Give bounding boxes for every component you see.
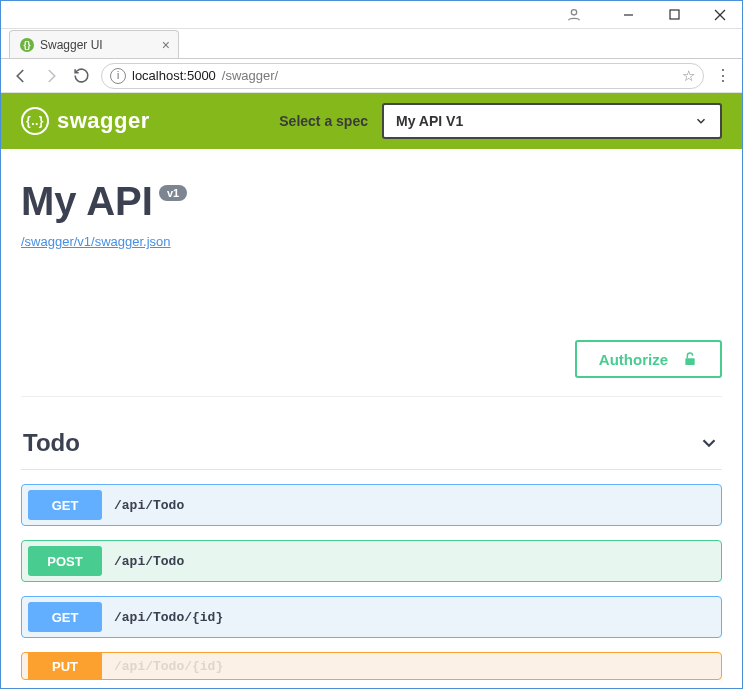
spec-select[interactable]: My API V1: [382, 103, 722, 139]
operation-path: /api/Todo: [114, 498, 184, 513]
swagger-header: {..} swagger Select a spec My API V1: [1, 93, 742, 149]
chevron-down-icon: [698, 432, 720, 454]
account-icon[interactable]: [566, 7, 582, 23]
operation-row[interactable]: PUT /api/Todo/{id}: [21, 652, 722, 680]
operation-row[interactable]: GET /api/Todo: [21, 484, 722, 526]
tab-favicon-icon: {}: [20, 38, 34, 52]
svg-point-0: [571, 9, 576, 14]
operation-row[interactable]: POST /api/Todo: [21, 540, 722, 582]
http-method-badge: GET: [28, 490, 102, 520]
api-definition-link[interactable]: /swagger/v1/swagger.json: [21, 234, 171, 249]
back-button[interactable]: [11, 66, 31, 86]
http-method-badge: POST: [28, 546, 102, 576]
api-title: My API v1: [21, 179, 722, 224]
swagger-brand-text: swagger: [57, 108, 150, 134]
address-bar[interactable]: i localhost:5000/swagger/ ☆: [101, 63, 704, 89]
close-window-button[interactable]: [706, 4, 734, 26]
maximize-button[interactable]: [660, 4, 688, 26]
url-host: localhost:5000: [132, 68, 216, 83]
new-tab-button[interactable]: [183, 36, 205, 58]
tag-section: Todo GET /api/Todo POST /api/Todo GET /a…: [21, 423, 722, 680]
close-tab-icon[interactable]: ×: [162, 37, 170, 53]
tag-title: Todo: [23, 429, 80, 457]
chevron-down-icon: [694, 114, 708, 128]
api-version-badge: v1: [159, 185, 187, 201]
http-method-badge: PUT: [28, 652, 102, 680]
operation-path: /api/Todo: [114, 554, 184, 569]
api-title-text: My API: [21, 179, 153, 224]
operation-row[interactable]: GET /api/Todo/{id}: [21, 596, 722, 638]
swagger-logo: {..} swagger: [21, 107, 150, 135]
address-bar-row: i localhost:5000/swagger/ ☆ ⋮: [1, 59, 742, 93]
authorize-row: Authorize: [21, 340, 722, 397]
swagger-content: My API v1 /swagger/v1/swagger.json Autho…: [1, 149, 742, 680]
http-method-badge: GET: [28, 602, 102, 632]
url-path: /swagger/: [222, 68, 278, 83]
swagger-logo-icon: {..}: [21, 107, 49, 135]
window-titlebar: [1, 1, 742, 29]
spec-select-value: My API V1: [396, 113, 463, 129]
authorize-label: Authorize: [599, 351, 668, 368]
reload-button[interactable]: [71, 66, 91, 86]
operation-path: /api/Todo/{id}: [114, 659, 223, 674]
svg-rect-5: [685, 358, 694, 365]
tab-strip: {} Swagger UI ×: [1, 29, 742, 59]
tab-title: Swagger UI: [40, 38, 103, 52]
bookmark-star-icon[interactable]: ☆: [682, 67, 695, 85]
browser-menu-button[interactable]: ⋮: [714, 66, 732, 85]
forward-button[interactable]: [41, 66, 61, 86]
browser-tab[interactable]: {} Swagger UI ×: [9, 30, 179, 58]
authorize-button[interactable]: Authorize: [575, 340, 722, 378]
svg-rect-2: [670, 10, 679, 19]
site-info-icon[interactable]: i: [110, 68, 126, 84]
unlock-icon: [682, 350, 698, 368]
spec-select-label: Select a spec: [279, 113, 368, 129]
operation-path: /api/Todo/{id}: [114, 610, 223, 625]
tag-header[interactable]: Todo: [21, 423, 722, 470]
minimize-button[interactable]: [614, 4, 642, 26]
